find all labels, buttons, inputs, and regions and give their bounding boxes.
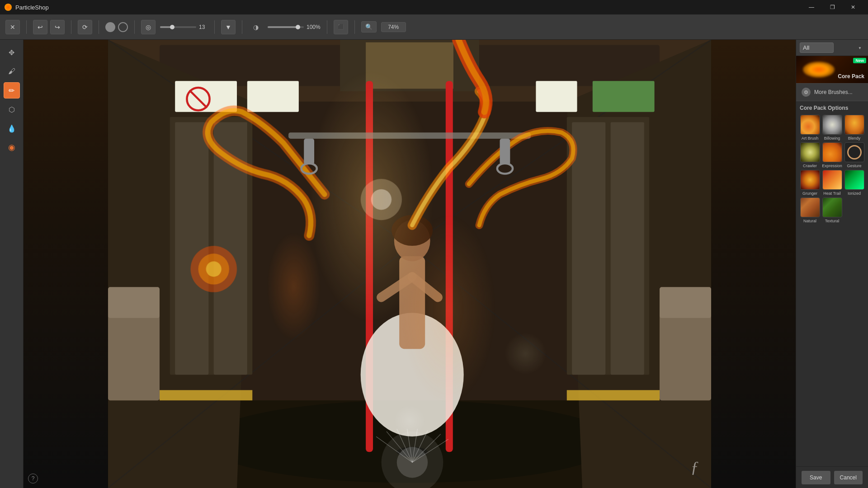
svg-point-55 — [206, 261, 222, 277]
history-button[interactable]: ⟳ — [78, 20, 92, 34]
brush-label-textural: Textural — [825, 219, 840, 223]
toolbar-separator-5 — [214, 20, 215, 34]
brush-size-slider[interactable]: 13 — [160, 24, 208, 30]
brush-item-crawler[interactable]: Crawler — [800, 142, 820, 168]
canvas-svg: ƒ — [24, 40, 796, 488]
brush-thumb-gesture — [844, 142, 864, 162]
svg-rect-23 — [247, 81, 299, 112]
redo-button[interactable]: ↪ — [50, 20, 65, 34]
color-icon[interactable]: ⬛ — [334, 20, 348, 34]
eyedropper-left-button[interactable]: 💧 — [4, 120, 20, 136]
core-pack-banner[interactable]: New Core Pack — [796, 56, 868, 83]
search-icon: 🔍 — [365, 23, 373, 30]
brush-label-blendy: Blendy — [848, 136, 861, 141]
svg-point-42 — [371, 189, 392, 210]
pack-options-title: Core Pack Options — [800, 105, 864, 111]
brush-label-ionized: Ionized — [848, 191, 861, 196]
brush-thumb-art-brush — [800, 115, 820, 135]
pack-options-panel: Core Pack Options Art BrushBillowingBlen… — [796, 101, 868, 466]
main-area: ✥ 🖌 ✏ ⬡ 💧 ◉ — [0, 40, 868, 488]
toolbar-separator-6 — [242, 20, 242, 34]
brush-left-button[interactable]: ✏ — [4, 82, 20, 99]
brush-filled-button[interactable] — [105, 22, 115, 32]
stamp-button[interactable]: ▼ — [221, 20, 236, 34]
brush-thumb-grunger — [800, 170, 820, 190]
app-icon — [5, 4, 12, 11]
history-tool: ⟳ — [78, 20, 92, 34]
help-label: ? — [32, 475, 35, 482]
save-button[interactable]: Save — [802, 471, 830, 484]
toolbar-separator-7 — [327, 20, 327, 34]
gear-icon: ⚙ — [802, 88, 811, 97]
opacity-icon: ◑ — [249, 20, 263, 34]
cancel-button[interactable]: Cancel — [834, 471, 863, 484]
brush-item-billowing[interactable]: Billowing — [822, 115, 842, 141]
brush-thumb-heat-trail — [822, 170, 842, 190]
svg-rect-21 — [288, 132, 531, 139]
selection-tools: ✕ — [5, 20, 20, 34]
toolbar: ✕ ↩ ↪ ⟳ ◎ 13 ▼ ◑ 100% ⬛ 🔍 — [0, 14, 868, 40]
filter-bar: All Core Pack Recent — [796, 40, 868, 56]
brush-item-art-brush[interactable]: Art Brush — [800, 115, 820, 141]
brush-thumb-blendy — [844, 115, 864, 135]
brush-item-gesture[interactable]: Gesture — [844, 142, 864, 168]
select-left-button[interactable]: ✥ — [4, 44, 20, 61]
brush-thumb-crawler — [800, 142, 820, 162]
svg-rect-29 — [567, 390, 660, 400]
brush-item-expression[interactable]: Expression — [822, 142, 842, 168]
filter-select[interactable]: All Core Pack Recent — [800, 42, 834, 53]
core-pack-label: Core Pack — [838, 73, 864, 80]
help-button[interactable]: ? — [28, 474, 38, 483]
brush-label-art-brush: Art Brush — [802, 136, 819, 141]
new-badge: New — [853, 58, 866, 63]
brush-item-ionized[interactable]: Ionized — [844, 170, 864, 196]
more-brushes-label: More Brushes... — [814, 89, 853, 95]
target-tool: ◎ — [141, 20, 156, 34]
svg-rect-36 — [399, 256, 425, 349]
brush-grid: Art BrushBillowingBlendyCrawlerExpressio… — [800, 115, 864, 223]
svg-rect-18 — [611, 122, 644, 375]
left-tool-panel: ✥ 🖌 ✏ ⬡ 💧 ◉ — [0, 40, 24, 488]
brush-label-crawler: Crawler — [803, 164, 817, 168]
stamp-tool: ▼ — [221, 20, 236, 34]
minimize-button[interactable]: — — [801, 0, 822, 14]
maximize-button[interactable]: ❐ — [822, 0, 843, 14]
brush-item-heat-trail[interactable]: Heat Trail — [822, 170, 842, 196]
paint-left-button[interactable]: 🖌 — [4, 63, 20, 80]
brush-item-grunger[interactable]: Grunger — [800, 170, 820, 196]
target-button[interactable]: ◎ — [141, 20, 156, 34]
toolbar-separator-3 — [99, 20, 99, 34]
brush-label-gesture: Gesture — [847, 164, 861, 168]
brush-item-natural[interactable]: Natural — [800, 197, 820, 223]
svg-rect-26 — [593, 81, 655, 112]
svg-text:ƒ: ƒ — [690, 458, 698, 476]
svg-rect-31 — [108, 287, 160, 318]
svg-rect-27 — [536, 81, 577, 112]
canvas-area[interactable]: ƒ ? — [24, 40, 796, 488]
opacity-slider[interactable]: 100% — [268, 24, 321, 30]
more-brushes-button[interactable]: ⚙ More Brushes... — [796, 83, 868, 101]
brush-thumb-natural — [800, 197, 820, 217]
toolbar-separator-1 — [26, 20, 27, 34]
zoom-display[interactable]: 74% — [381, 22, 406, 32]
svg-rect-56 — [304, 139, 314, 164]
brush-item-textural[interactable]: Textural — [822, 197, 842, 223]
brush-label-expression: Expression — [822, 164, 842, 168]
brush-outline-button[interactable] — [118, 22, 128, 32]
brush-thumb-textural — [822, 197, 842, 217]
bottom-buttons: Save Cancel — [796, 466, 868, 488]
canvas-image: ƒ — [24, 40, 796, 488]
undo-button[interactable]: ↩ — [33, 20, 47, 34]
search-button[interactable]: 🔍 — [361, 21, 377, 33]
toolbar-separator-4 — [134, 20, 135, 34]
brush-mode-tools — [105, 22, 128, 32]
close-button[interactable]: ✕ — [843, 0, 863, 14]
window-controls: — ❐ ✕ — [801, 0, 863, 14]
brush-item-blendy[interactable]: Blendy — [844, 115, 864, 141]
svg-rect-17 — [572, 122, 605, 375]
right-panel: All Core Pack Recent New Core Pack ⚙ Mor… — [796, 40, 868, 488]
fill-left-button[interactable]: ⬡ — [4, 101, 20, 117]
select-tool-button[interactable]: ✕ — [5, 20, 20, 34]
svg-rect-28 — [160, 390, 252, 400]
color-wheel-button[interactable]: ◉ — [4, 139, 20, 155]
